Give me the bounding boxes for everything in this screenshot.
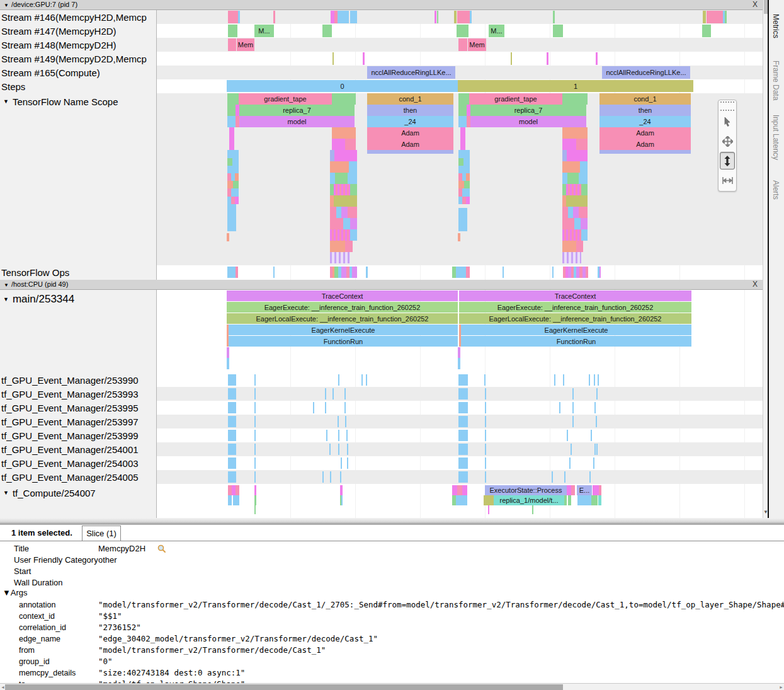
- trace-event[interactable]: [563, 374, 564, 386]
- trace-event[interactable]: [334, 195, 348, 207]
- trace-event[interactable]: 1: [458, 80, 693, 92]
- trace-event[interactable]: [463, 158, 470, 166]
- trace-event[interactable]: [464, 181, 470, 188]
- trace-event[interactable]: [564, 495, 567, 505]
- trace-event[interactable]: ExecutorState::Process: [485, 485, 567, 495]
- trace-event[interactable]: [332, 388, 334, 400]
- trace-event[interactable]: [325, 388, 326, 400]
- trace-event[interactable]: [566, 184, 581, 195]
- trace-event[interactable]: [569, 457, 571, 469]
- trace-event[interactable]: [254, 471, 256, 483]
- trace-event[interactable]: [254, 388, 256, 400]
- trace-event[interactable]: Mem: [468, 38, 486, 51]
- trace-event[interactable]: [326, 430, 327, 441]
- selection-tool-button[interactable]: [720, 113, 735, 130]
- trace-event[interactable]: ncclAllReduceRingLLKe...: [602, 66, 690, 79]
- trace-event[interactable]: [228, 495, 232, 505]
- trace-event[interactable]: [591, 430, 592, 441]
- trace-event[interactable]: [235, 173, 239, 181]
- trace-event[interactable]: [227, 158, 232, 166]
- trace-event[interactable]: [350, 184, 357, 195]
- trace-event[interactable]: [332, 93, 356, 105]
- trace-event[interactable]: [485, 430, 486, 441]
- trace-event[interactable]: [562, 127, 588, 139]
- trace-event[interactable]: Adam: [367, 139, 453, 150]
- trace-event[interactable]: [341, 495, 343, 505]
- trace-event[interactable]: [562, 218, 574, 229]
- collapse-triangle-icon[interactable]: ▼: [4, 280, 9, 290]
- args-group-header[interactable]: ▼Args: [3, 587, 28, 599]
- trace-event[interactable]: [228, 388, 236, 400]
- pan-tool-button[interactable]: [720, 132, 735, 150]
- trace-event[interactable]: [562, 139, 576, 150]
- trace-event[interactable]: [338, 444, 339, 455]
- trace-event[interactable]: [567, 150, 579, 161]
- trace-event[interactable]: FunctionRun: [461, 336, 691, 347]
- trace-event[interactable]: [566, 195, 579, 207]
- trace-event[interactable]: [349, 161, 357, 173]
- trace-event[interactable]: [466, 267, 470, 278]
- trace-event[interactable]: replica_7: [239, 105, 355, 116]
- trace-event[interactable]: [332, 52, 334, 65]
- trace-event[interactable]: [562, 161, 580, 173]
- trace-event[interactable]: [227, 93, 239, 105]
- magnifier-icon[interactable]: [157, 544, 166, 553]
- trace-event[interactable]: [596, 388, 598, 400]
- trace-event[interactable]: [485, 402, 486, 413]
- side-tab-alerts[interactable]: Alerts: [771, 180, 780, 200]
- trace-event[interactable]: [568, 207, 573, 218]
- trace-event[interactable]: [348, 207, 357, 218]
- trace-event[interactable]: EagerExecute: __inference_train_function…: [227, 302, 458, 313]
- trace-event[interactable]: [313, 402, 314, 413]
- trace-event[interactable]: gradient_tape: [469, 93, 562, 105]
- trace-event[interactable]: [458, 374, 468, 386]
- trace-event[interactable]: TraceContext: [459, 290, 691, 301]
- trace-event[interactable]: [322, 471, 324, 483]
- trace-event[interactable]: [437, 11, 438, 23]
- trace-event[interactable]: [227, 181, 233, 188]
- side-tab-frame-data[interactable]: Frame Data: [771, 60, 780, 100]
- trace-event[interactable]: [341, 267, 346, 278]
- trace-event[interactable]: model: [470, 116, 586, 127]
- trace-event[interactable]: [589, 374, 590, 386]
- trace-event[interactable]: [336, 207, 341, 218]
- trace-event[interactable]: [466, 197, 470, 204]
- trace-event[interactable]: Adam: [599, 127, 691, 139]
- trace-event[interactable]: [330, 161, 349, 173]
- trace-event[interactable]: [335, 173, 348, 184]
- trace-event[interactable]: [452, 485, 457, 495]
- trace-event[interactable]: [562, 93, 588, 105]
- trace-event[interactable]: FunctionRun: [229, 336, 458, 347]
- timing-tool-button[interactable]: [720, 171, 735, 189]
- trace-event[interactable]: [231, 188, 239, 197]
- trace-event[interactable]: replica_1/model/t...: [494, 495, 564, 505]
- trace-event[interactable]: [330, 150, 334, 161]
- trace-event[interactable]: [574, 218, 581, 229]
- trace-event[interactable]: [341, 207, 348, 218]
- trace-event[interactable]: [330, 252, 350, 263]
- trace-event[interactable]: EagerLocalExecute: __inference_train_fun…: [227, 313, 458, 324]
- trace-event[interactable]: [598, 374, 599, 386]
- trace-event[interactable]: 0: [227, 80, 458, 92]
- trace-event[interactable]: [227, 267, 236, 278]
- trace-event[interactable]: EagerExecute: __inference_train_function…: [459, 302, 691, 313]
- trace-event[interactable]: [593, 485, 599, 495]
- trace-event[interactable]: [348, 195, 357, 207]
- trace-event[interactable]: [458, 116, 467, 127]
- trace-event[interactable]: [273, 267, 275, 278]
- trace-event[interactable]: [594, 444, 596, 455]
- trace-event[interactable]: [458, 93, 469, 105]
- trace-event[interactable]: [462, 188, 470, 197]
- trace-event[interactable]: [572, 416, 574, 427]
- trace-event[interactable]: ncclAllReduceRingLLKe...: [367, 66, 455, 79]
- trace-event[interactable]: [458, 38, 467, 51]
- trace-event[interactable]: [350, 218, 357, 229]
- trace-event[interactable]: [458, 444, 468, 455]
- trace-event[interactable]: [458, 457, 468, 469]
- trace-event[interactable]: [254, 495, 256, 505]
- trace-event[interactable]: [330, 241, 345, 252]
- trace-event[interactable]: [227, 116, 236, 127]
- trace-event[interactable]: [457, 11, 470, 23]
- side-tab-metrics[interactable]: Metrics: [771, 14, 780, 38]
- trace-event[interactable]: [329, 444, 331, 455]
